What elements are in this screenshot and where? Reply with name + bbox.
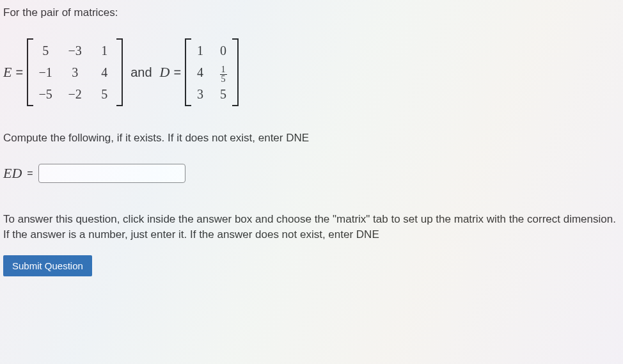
- matrix-cell: 4: [101, 65, 107, 80]
- matrix-cell: 5: [101, 87, 107, 102]
- matrix-cell: 1: [101, 44, 107, 58]
- hint-text: To answer this question, click inside th…: [3, 212, 620, 242]
- answer-input[interactable]: [38, 164, 185, 183]
- compute-instruction: Compute the following, if it exists. If …: [3, 132, 620, 145]
- answer-label: ED: [3, 165, 22, 182]
- matrix-e: 5−31−134−5−25: [27, 38, 123, 106]
- matrix-cell: 1: [197, 44, 203, 58]
- matrix-e-label: E: [3, 64, 12, 81]
- equals-sign: =: [27, 168, 33, 179]
- matrix-cell: 15: [220, 61, 227, 84]
- matrix-cell: 4: [197, 65, 203, 80]
- matrix-cell: 3: [197, 87, 203, 102]
- matrix-cell: −2: [68, 87, 82, 102]
- equals-sign: =: [15, 65, 23, 80]
- answer-row: ED =: [3, 164, 620, 183]
- equals-sign: =: [173, 65, 181, 80]
- matrix-d: 1041535: [185, 38, 239, 106]
- matrix-cell: 5: [220, 87, 226, 102]
- matrix-cell: −5: [39, 87, 52, 102]
- matrix-cell: −3: [68, 44, 82, 58]
- submit-button[interactable]: Submit Question: [3, 255, 92, 276]
- matrix-cell: 3: [72, 65, 78, 80]
- problem-intro: For the pair of matrices:: [3, 6, 620, 19]
- and-text: and: [130, 65, 152, 80]
- matrices-row: E = 5−31−134−5−25 and D = 1041535: [3, 38, 620, 106]
- matrix-cell: −1: [39, 65, 52, 80]
- matrix-d-label: D: [160, 64, 170, 81]
- matrix-cell: 0: [220, 44, 226, 58]
- matrix-cell: 5: [42, 44, 49, 58]
